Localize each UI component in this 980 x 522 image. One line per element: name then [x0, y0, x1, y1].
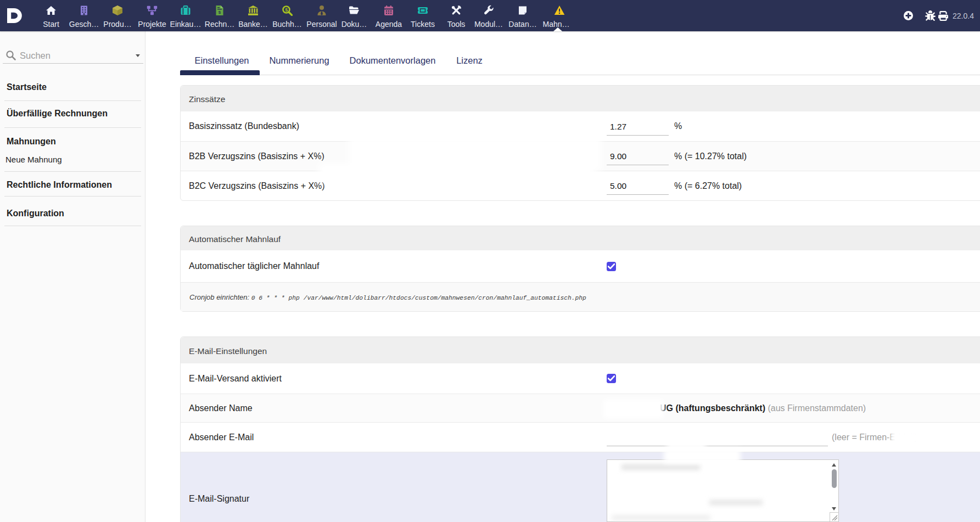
- svg-text:$: $: [219, 10, 221, 15]
- svg-text:$: $: [285, 7, 288, 13]
